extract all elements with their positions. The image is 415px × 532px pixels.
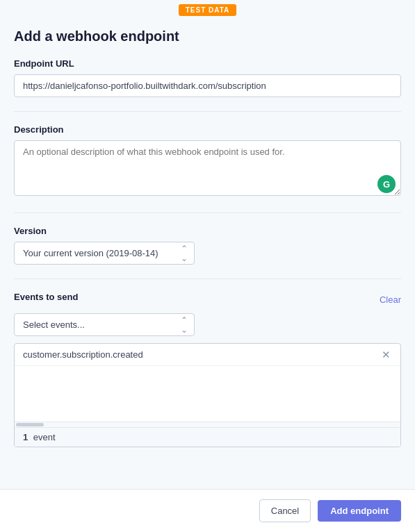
horizontal-scroll-thumb — [16, 423, 44, 426]
events-select[interactable]: Select events... — [14, 313, 195, 336]
events-label: Events to send — [14, 292, 78, 302]
events-section: Events to send Clear Select events... ⌃⌄… — [14, 292, 401, 447]
divider-1 — [14, 111, 401, 112]
clear-button[interactable]: Clear — [380, 294, 401, 305]
endpoint-url-section: Endpoint URL — [14, 58, 401, 97]
test-data-badge: TEST DATA — [179, 4, 237, 16]
events-empty-space — [15, 366, 400, 422]
event-remove-button[interactable]: ✕ — [380, 349, 392, 360]
description-section: Description G — [14, 124, 401, 199]
grammarly-icon: G — [377, 175, 396, 193]
divider-3 — [14, 279, 401, 279]
event-name: customer.subscription.created — [23, 349, 143, 360]
main-content: Add a webhook endpoint Endpoint URL Desc… — [0, 16, 415, 489]
description-input[interactable] — [14, 140, 401, 196]
divider-2 — [14, 213, 401, 213]
add-endpoint-button[interactable]: Add endpoint — [318, 500, 401, 522]
version-label: Version — [14, 226, 401, 236]
page-title: Add a webhook endpoint — [14, 28, 401, 44]
events-list-container: customer.subscription.created ✕ 1 event — [14, 343, 401, 447]
test-data-banner: TEST DATA — [0, 0, 415, 16]
endpoint-url-label: Endpoint URL — [14, 58, 401, 69]
version-select[interactable]: Your current version (2019-08-14) — [14, 242, 195, 265]
endpoint-url-input[interactable] — [14, 74, 401, 97]
events-footer: 1 event — [15, 427, 400, 447]
description-wrapper: G — [14, 140, 401, 199]
events-header: Events to send Clear — [14, 292, 401, 308]
footer-bar: Cancel Add endpoint — [0, 489, 415, 532]
description-label: Description — [14, 124, 401, 135]
events-list-scroll[interactable]: customer.subscription.created ✕ — [15, 344, 400, 422]
version-select-wrapper: Your current version (2019-08-14) ⌃⌄ — [14, 242, 195, 265]
version-section: Version Your current version (2019-08-14… — [14, 226, 401, 265]
horizontal-scroll-track[interactable] — [15, 422, 400, 427]
events-footer-label: event — [33, 432, 56, 442]
cancel-button[interactable]: Cancel — [259, 499, 311, 522]
event-item: customer.subscription.created ✕ — [15, 344, 400, 366]
events-count: 1 — [23, 432, 28, 442]
events-select-wrapper: Select events... ⌃⌄ — [14, 313, 195, 336]
